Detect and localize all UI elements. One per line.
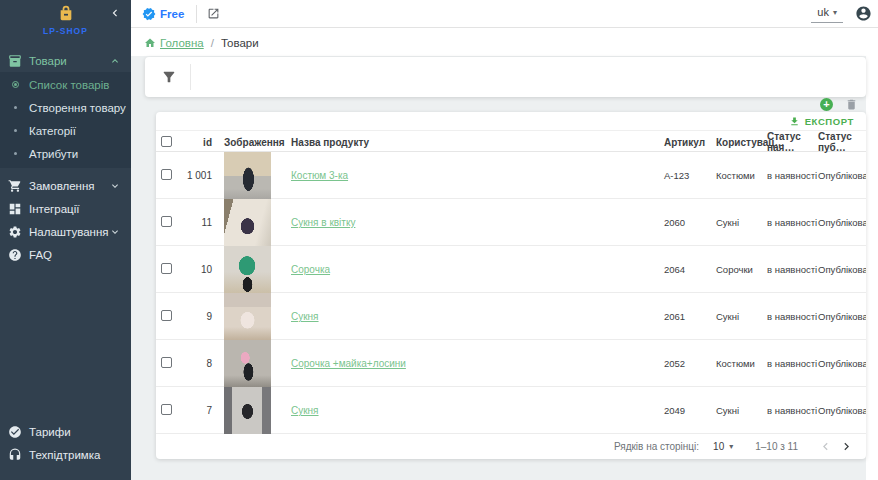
product-name-link[interactable]: Костюм 3-ка [291, 170, 348, 181]
sidebar-item-tariffs[interactable]: Тарифи [0, 420, 131, 443]
sidebar-item-faq[interactable]: FAQ [0, 243, 131, 266]
breadcrumb: Головна / Товари [131, 29, 878, 56]
row-checkbox[interactable] [161, 404, 172, 415]
language-value: uk [817, 6, 829, 18]
table-header-row: id Зображення Назва продукту Артикул Кор… [156, 131, 866, 152]
product-stock-status: в наявності [767, 358, 818, 369]
product-category: Костюми [716, 358, 767, 369]
shop-bag-logo-icon [58, 5, 74, 22]
sidebar-item-product-create[interactable]: Створення товару [0, 96, 131, 119]
filter-funnel-icon[interactable] [161, 69, 177, 85]
product-category: Костюми [716, 170, 767, 181]
gear-icon [8, 225, 22, 239]
filter-divider [190, 64, 191, 90]
column-header-sku[interactable]: Артикул [664, 137, 716, 148]
product-stock-status: в наявності [767, 170, 818, 181]
rows-per-page-select[interactable]: 10 ▾ [713, 441, 733, 452]
sidebar-footer: Тарифи Техпідтримка [0, 420, 131, 480]
product-thumbnail [224, 246, 271, 293]
table-row[interactable]: 9 Сукня 2061 Сукні в наявності Опубліков… [156, 293, 866, 340]
download-icon [789, 116, 800, 127]
dot-icon [8, 106, 22, 109]
topbar: Free uk ▾ [131, 0, 878, 28]
breadcrumb-home-link[interactable]: Головна [160, 37, 204, 49]
products-submenu: Список товарів Створення товару Категорі… [0, 72, 131, 168]
product-name-link[interactable]: Сукня [291, 405, 319, 416]
topbar-divider [196, 5, 197, 23]
plan-badge-label: Free [160, 8, 184, 20]
pagination: Рядків на сторінці: 10 ▾ 1–10 з 11 [156, 434, 866, 459]
product-id: 11 [184, 217, 214, 228]
sidebar-item-orders[interactable]: Замовлення [0, 174, 131, 197]
table-row[interactable]: 1 001 Костюм 3-ка A-123 Костюми в наявно… [156, 152, 866, 199]
table-row[interactable]: 11 Сукня в квітку 2060 Сукні в наявності… [156, 199, 866, 246]
chevron-down-icon [109, 226, 121, 238]
sidebar-item-products[interactable]: Товари [0, 49, 131, 72]
previous-page-icon[interactable] [818, 439, 833, 454]
sidebar-logo-area: LP-SHOP [0, 0, 131, 36]
export-label: ЕКСПОРТ [805, 116, 854, 127]
column-header-category[interactable]: Користувац… [716, 137, 767, 148]
row-checkbox[interactable] [161, 169, 172, 180]
plan-badge[interactable]: Free [142, 7, 184, 21]
filter-bar [145, 57, 866, 97]
export-button[interactable]: ЕКСПОРТ [156, 112, 866, 131]
product-stock-status: в наявності [767, 311, 818, 322]
table-row[interactable]: 10 Сорочка 2064 Сорочки в наявності Опуб… [156, 246, 866, 293]
table-body: 1 001 Костюм 3-ка A-123 Костюми в наявно… [156, 152, 866, 434]
delete-icon[interactable] [845, 98, 858, 111]
main-content: + ЕКСПОРТ id Зображення Назва продукту А… [131, 56, 866, 480]
sidebar-item-label: Товари [29, 55, 67, 67]
row-checkbox[interactable] [161, 263, 172, 274]
box-icon [8, 54, 22, 68]
product-category: Сукні [716, 217, 767, 228]
product-name-link[interactable]: Сукня [291, 311, 319, 322]
sidebar-item-label: Техпідтримка [29, 449, 100, 461]
dot-icon [8, 129, 22, 132]
add-product-button[interactable]: + [820, 98, 833, 111]
account-avatar-icon[interactable] [855, 5, 872, 22]
sidebar-item-support[interactable]: Техпідтримка [0, 443, 131, 466]
sidebar-item-attributes[interactable]: Атрибути [0, 142, 131, 165]
breadcrumb-separator: / [211, 37, 214, 49]
product-thumbnail [224, 387, 271, 434]
sidebar-item-product-list[interactable]: Список товарів [0, 73, 131, 96]
product-name-link[interactable]: Сукня в квітку [291, 217, 355, 228]
sidebar-item-label: Інтеграції [29, 203, 79, 215]
product-stock-status: в наявності [767, 217, 818, 228]
product-publish-status: Опубліковано [818, 311, 866, 322]
sidebar-item-settings[interactable]: Налаштування [0, 220, 131, 243]
column-header-stock[interactable]: Статус ная… [767, 131, 818, 153]
product-category: Сорочки [716, 264, 767, 275]
product-sku: 2049 [664, 405, 716, 416]
product-publish-status: Опубліковано [818, 217, 866, 228]
rows-per-page-label: Рядків на сторінці: [614, 441, 699, 452]
product-publish-status: Опубліковано [818, 358, 866, 369]
sidebar-item-label: Налаштування [29, 226, 108, 238]
next-page-icon[interactable] [839, 439, 854, 454]
row-checkbox[interactable] [161, 310, 172, 321]
product-publish-status: Опубліковано [818, 170, 866, 181]
column-header-name[interactable]: Назва продукту [281, 137, 664, 148]
table-row[interactable]: 8 Сорочка +майка+лосини 2052 Костюми в н… [156, 340, 866, 387]
table-row[interactable]: 7 Сукня 2049 Сукні в наявності Опубліков… [156, 387, 866, 434]
sidebar-collapse-icon[interactable] [108, 6, 122, 20]
product-id: 8 [184, 358, 214, 369]
column-header-image[interactable]: Зображення [214, 137, 281, 148]
sidebar-item-categories[interactable]: Категорії [0, 119, 131, 142]
apps-icon [8, 202, 22, 216]
language-select[interactable]: uk ▾ [811, 4, 843, 23]
column-header-publish[interactable]: Статус пуб… [818, 131, 866, 153]
product-name-link[interactable]: Сорочка +майка+лосини [291, 358, 406, 369]
sidebar-item-integrations[interactable]: Інтеграції [0, 197, 131, 220]
select-all-checkbox[interactable] [161, 136, 172, 147]
open-storefront-icon[interactable] [207, 7, 220, 20]
row-checkbox[interactable] [161, 357, 172, 368]
row-checkbox[interactable] [161, 216, 172, 227]
product-stock-status: в наявності [767, 264, 818, 275]
caret-down-icon: ▾ [729, 442, 733, 451]
help-icon [8, 248, 22, 262]
product-name-link[interactable]: Сорочка [291, 264, 330, 275]
product-stock-status: в наявності [767, 405, 818, 416]
column-header-id[interactable]: id [184, 137, 214, 148]
